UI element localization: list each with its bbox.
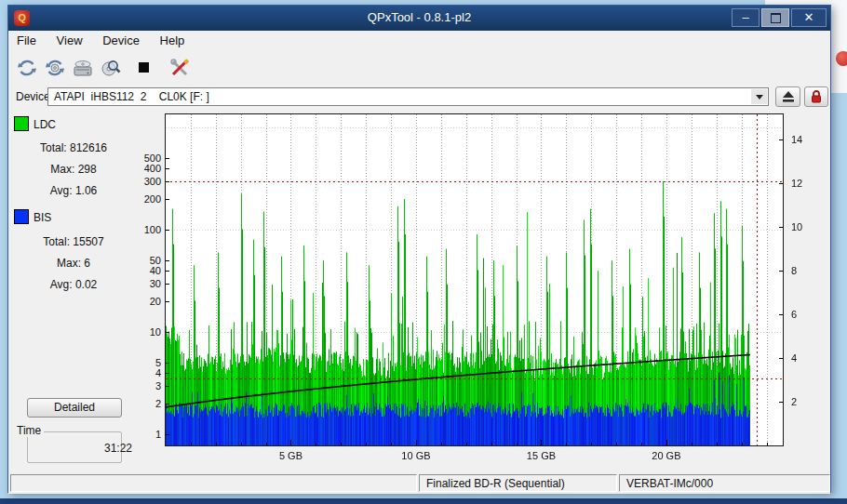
tick-label: 1 bbox=[155, 429, 161, 440]
menu-device[interactable]: Device bbox=[94, 31, 148, 52]
scan-start-button[interactable] bbox=[16, 57, 38, 79]
time-value: 31:22 bbox=[104, 442, 132, 455]
device-combobox[interactable]: ATAPI iHBS112 2 CL0K [F: ] bbox=[47, 87, 769, 106]
tools-icon bbox=[169, 58, 190, 78]
lock-icon bbox=[810, 89, 823, 104]
ldc-avg: Avg: 1.06 bbox=[14, 184, 133, 197]
menu-file[interactable]: File bbox=[8, 31, 45, 52]
search-disc-icon bbox=[101, 58, 121, 78]
tick-label: 2 bbox=[791, 396, 797, 407]
sidebar: LDC Total: 812616 Max: 298 Avg: 1.06 BIS… bbox=[8, 110, 139, 472]
scan-disc-icon bbox=[45, 58, 65, 78]
detailed-button[interactable]: Detailed bbox=[27, 398, 122, 418]
ldc-legend-label: LDC bbox=[34, 117, 89, 132]
tick-label: 10 bbox=[791, 221, 802, 232]
close-button[interactable]: ✕ bbox=[791, 8, 827, 27]
stop-icon bbox=[134, 58, 155, 78]
window-controls: – ✕ bbox=[732, 8, 827, 27]
media-search-button[interactable] bbox=[100, 57, 122, 79]
bis-avg: Avg: 0.02 bbox=[14, 278, 133, 291]
status-disc-type: Finalized BD-R (Sequential) bbox=[419, 474, 617, 492]
drive-info-button[interactable] bbox=[72, 57, 94, 79]
tick-label: 100 bbox=[144, 224, 161, 235]
background-red-icon bbox=[836, 51, 847, 66]
tick-label: 5 GB bbox=[274, 450, 307, 461]
y-axis-left-labels: 123451020304050100200300400500 bbox=[135, 114, 164, 445]
maximize-icon bbox=[771, 13, 781, 23]
tick-label: 400 bbox=[144, 163, 161, 174]
tick-label: 3 bbox=[155, 380, 161, 391]
tick-label: 2 bbox=[155, 398, 161, 409]
ldc-total: Total: 812616 bbox=[14, 141, 133, 154]
lock-button[interactable] bbox=[804, 86, 828, 107]
tick-label: 500 bbox=[144, 153, 161, 164]
x-axis-labels: 5 GB10 GB15 GB20 GB bbox=[166, 448, 783, 463]
bis-max: Max: 6 bbox=[14, 257, 133, 270]
status-section-left bbox=[10, 474, 417, 492]
bis-color-swatch bbox=[14, 209, 29, 224]
tick-label: 14 bbox=[791, 134, 802, 145]
tick-label: 12 bbox=[791, 178, 802, 189]
tick-label: 300 bbox=[144, 176, 161, 187]
bis-legend-label: BIS bbox=[34, 210, 89, 225]
background-window-edge bbox=[831, 0, 847, 93]
eject-button[interactable] bbox=[775, 86, 800, 107]
scan-arrows-icon bbox=[17, 58, 37, 78]
tick-label: 6 bbox=[791, 309, 797, 320]
minimize-icon: – bbox=[742, 10, 748, 24]
preferences-button[interactable] bbox=[168, 57, 191, 79]
time-label: Time bbox=[14, 425, 44, 437]
stop-button[interactable] bbox=[133, 57, 155, 79]
minimize-button[interactable]: – bbox=[732, 8, 760, 27]
combo-dropdown-button[interactable] bbox=[751, 89, 767, 104]
close-icon: ✕ bbox=[804, 10, 814, 24]
tick-label: 10 bbox=[150, 326, 161, 338]
device-combo-value: ATAPI iHBS112 2 CL0K [F: ] bbox=[54, 88, 209, 105]
chevron-down-icon bbox=[756, 95, 763, 99]
bis-total: Total: 15507 bbox=[14, 235, 133, 248]
tick-label: 10 GB bbox=[399, 450, 433, 461]
window-title: QPxTool - 0.8.1-pl2 bbox=[8, 6, 830, 31]
tick-label: 50 bbox=[150, 255, 161, 266]
status-bar: Finalized BD-R (Sequential) VERBAT-IMc/0… bbox=[8, 473, 830, 494]
tick-label: 8 bbox=[791, 265, 797, 276]
qpxtool-window: Q QPxTool - 0.8.1-pl2 – ✕ File View Devi… bbox=[7, 5, 831, 493]
tick-label: 4 bbox=[791, 352, 797, 364]
tick-label: 20 bbox=[150, 296, 161, 307]
tick-label: 15 GB bbox=[524, 450, 558, 461]
menu-help[interactable]: Help bbox=[152, 31, 194, 52]
tick-label: 4 bbox=[155, 367, 161, 378]
maximize-button[interactable] bbox=[761, 8, 789, 27]
chart-canvas bbox=[166, 114, 783, 445]
desktop: — ✕ Q QPxTool - 0.8.1-pl2 – ✕ File View … bbox=[0, 0, 847, 504]
eject-icon bbox=[781, 90, 796, 103]
tick-label: 30 bbox=[150, 278, 161, 289]
ldc-max: Max: 298 bbox=[14, 163, 133, 176]
drive-icon bbox=[73, 58, 93, 78]
taskbar-edge bbox=[0, 498, 847, 504]
y-axis-right-labels: 2468101214 bbox=[786, 114, 814, 445]
device-bar: Device: ATAPI iHBS112 2 CL0K [F: ] bbox=[8, 84, 830, 110]
tick-label: 40 bbox=[150, 265, 161, 276]
tick-label: 5 bbox=[155, 357, 161, 368]
ldc-color-swatch bbox=[14, 116, 29, 131]
status-media-id: VERBAT-IMc/000 bbox=[619, 474, 830, 492]
scan-disc-button[interactable] bbox=[44, 57, 66, 79]
titlebar[interactable]: Q QPxTool - 0.8.1-pl2 – ✕ bbox=[8, 6, 830, 31]
menubar: File View Device Help bbox=[8, 31, 830, 53]
toolbar bbox=[8, 52, 830, 84]
menu-view[interactable]: View bbox=[48, 31, 91, 52]
tick-label: 200 bbox=[144, 193, 161, 205]
tick-label: 20 GB bbox=[650, 450, 683, 461]
